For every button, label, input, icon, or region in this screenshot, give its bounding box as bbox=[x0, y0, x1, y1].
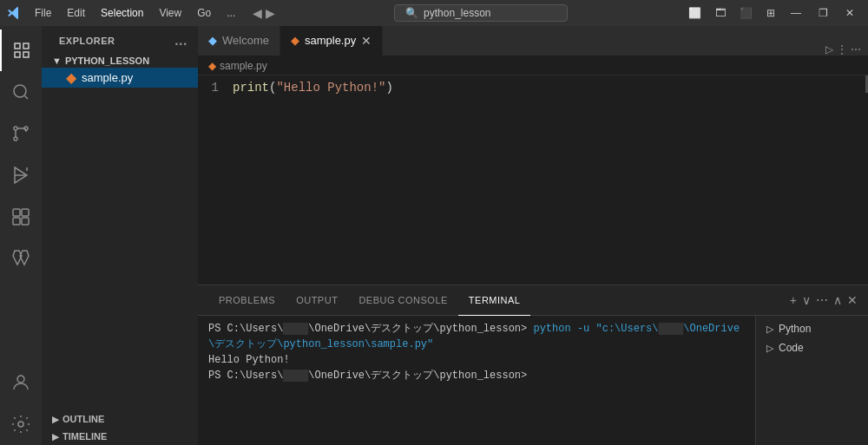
panel-dropdown-button[interactable]: ∨ bbox=[802, 293, 811, 307]
line-number-1: 1 bbox=[198, 79, 233, 96]
sidebar: Explorer ... ▼ PYTHON_LESSON ◆ sample.py… bbox=[42, 26, 198, 445]
tab-actions: ▷ ⋮ ⋯ bbox=[819, 43, 868, 56]
menu-view[interactable]: View bbox=[152, 5, 188, 21]
panel-tab-problems[interactable]: PROBLEMS bbox=[208, 285, 286, 316]
outline-label: OUTLINE bbox=[62, 414, 104, 424]
menu-edit[interactable]: Edit bbox=[60, 5, 92, 21]
svg-rect-4 bbox=[13, 209, 20, 216]
tab-bar: ◆ Welcome ◆ sample.py ✕ ▷ ⋮ ⋯ bbox=[198, 26, 868, 56]
svg-point-0 bbox=[14, 85, 26, 97]
code-print-keyword: print bbox=[233, 81, 269, 95]
activity-extensions[interactable] bbox=[0, 196, 42, 238]
svg-point-1 bbox=[14, 127, 17, 130]
panel-toggle[interactable]: 🗔 bbox=[710, 5, 731, 21]
nav-forward-button[interactable]: ▶ bbox=[266, 6, 275, 20]
svg-rect-7 bbox=[22, 218, 29, 225]
search-icon: 🔍 bbox=[405, 7, 418, 19]
menu-go[interactable]: Go bbox=[190, 5, 218, 21]
activity-run-debug[interactable] bbox=[0, 154, 42, 196]
menu-more[interactable]: ... bbox=[220, 5, 242, 21]
terminal-code-icon: ▷ bbox=[766, 343, 773, 354]
tab-close-button[interactable]: ✕ bbox=[361, 35, 372, 47]
nav-back-button[interactable]: ◀ bbox=[253, 6, 262, 20]
svg-point-9 bbox=[18, 422, 23, 427]
sample-tab-label: sample.py bbox=[305, 34, 356, 47]
activity-search[interactable] bbox=[0, 71, 42, 113]
terminal-python-icon: ▷ bbox=[766, 324, 773, 335]
file-name: sample.py bbox=[82, 71, 133, 84]
code-line-1: 1 print("Hello Python!") bbox=[198, 75, 868, 96]
code-string: "Hello Python!" bbox=[276, 81, 385, 95]
tab-welcome[interactable]: ◆ Welcome bbox=[198, 26, 280, 56]
svg-point-8 bbox=[17, 376, 24, 383]
panel-tab-debug-console[interactable]: DEBUG CONSOLE bbox=[348, 285, 457, 316]
maximize-button[interactable]: ❐ bbox=[812, 3, 835, 23]
terminal-code-label: Code bbox=[779, 342, 804, 354]
window-controls: ⬜ 🗔 ⬛ ⊞ — ❐ ✕ bbox=[683, 3, 861, 23]
breadcrumb: ◆ sample.py bbox=[198, 56, 868, 75]
panel-add-button[interactable]: + bbox=[790, 293, 797, 307]
file-icon: ◆ bbox=[66, 69, 76, 86]
code-paren-close: ) bbox=[385, 81, 392, 95]
explorer-title: Explorer bbox=[59, 36, 115, 46]
search-box[interactable]: 🔍 python_lesson bbox=[394, 4, 568, 22]
panel-up-button[interactable]: ∧ bbox=[833, 293, 842, 307]
sidebar-more-button[interactable]: ... bbox=[174, 33, 187, 49]
activity-bar bbox=[0, 26, 42, 445]
svg-rect-5 bbox=[22, 209, 29, 216]
terminal-sidebar: ▷ Python ▷ Code bbox=[755, 316, 868, 445]
panel-close-button[interactable]: ✕ bbox=[847, 293, 858, 307]
split-editor[interactable]: ⬛ bbox=[734, 5, 758, 21]
timeline-chevron-icon: ▶ bbox=[52, 432, 59, 442]
code-content-1: print("Hello Python!") bbox=[233, 79, 868, 96]
terminal-line-2: Hello Python! bbox=[208, 352, 745, 368]
breadcrumb-file-icon: ◆ bbox=[208, 60, 216, 72]
folder-chevron-icon: ▼ bbox=[52, 56, 62, 66]
panel-tab-bar: PROBLEMS OUTPUT DEBUG CONSOLE TERMINAL +… bbox=[198, 285, 868, 316]
panel-tab-output[interactable]: OUTPUT bbox=[286, 285, 348, 316]
more-button[interactable]: ⋯ bbox=[851, 43, 861, 56]
terminal-python-session[interactable]: ▷ Python bbox=[756, 319, 868, 338]
svg-rect-6 bbox=[13, 218, 20, 225]
split-button[interactable]: ⋮ bbox=[837, 43, 847, 56]
more-actions[interactable]: ⊞ bbox=[761, 5, 780, 21]
close-button[interactable]: ✕ bbox=[838, 3, 861, 23]
menu-bar: File Edit Selection View Go ... bbox=[28, 5, 242, 21]
search-text: python_lesson bbox=[424, 7, 490, 19]
panel-actions: + ∨ ⋯ ∧ ✕ bbox=[790, 293, 858, 307]
activity-testing[interactable] bbox=[0, 238, 42, 279]
run-button[interactable]: ▷ bbox=[825, 43, 833, 56]
terminal-code-session[interactable]: ▷ Code bbox=[756, 338, 868, 357]
menu-file[interactable]: File bbox=[28, 5, 58, 21]
activity-account[interactable] bbox=[0, 362, 42, 403]
layout-toggle[interactable]: ⬜ bbox=[683, 5, 707, 21]
folder-item-python-lesson[interactable]: ▼ PYTHON_LESSON bbox=[42, 54, 198, 68]
panel: PROBLEMS OUTPUT DEBUG CONSOLE TERMINAL +… bbox=[198, 285, 868, 445]
main-container: Explorer ... ▼ PYTHON_LESSON ◆ sample.py… bbox=[0, 26, 868, 445]
code-editor[interactable]: 1 print("Hello Python!") bbox=[198, 75, 868, 285]
terminal-line-1: PS C:\Users\████\OneDrive\デスクトップ\python_… bbox=[208, 321, 745, 352]
panel-content: PS C:\Users\████\OneDrive\デスクトップ\python_… bbox=[198, 316, 868, 445]
minimize-button[interactable]: — bbox=[784, 3, 808, 23]
activity-source-control[interactable] bbox=[0, 113, 42, 154]
outline-chevron-icon: ▶ bbox=[52, 415, 59, 424]
terminal-area[interactable]: PS C:\Users\████\OneDrive\デスクトップ\python_… bbox=[198, 316, 755, 445]
sidebar-bottom: ▶ OUTLINE ▶ TIMELINE bbox=[42, 410, 198, 445]
activity-settings[interactable] bbox=[0, 403, 42, 445]
titlebar: File Edit Selection View Go ... ◀ ▶ 🔍 py… bbox=[0, 0, 868, 26]
outline-section[interactable]: ▶ OUTLINE bbox=[42, 410, 198, 428]
panel-tab-terminal[interactable]: TERMINAL bbox=[458, 285, 531, 316]
tab-sample-py[interactable]: ◆ sample.py ✕ bbox=[280, 26, 383, 56]
terminal-line-3: PS C:\Users\████\OneDrive\デスクトップ\python_… bbox=[208, 368, 745, 383]
folder-name: PYTHON_LESSON bbox=[65, 56, 149, 66]
file-item-sample-py[interactable]: ◆ sample.py bbox=[42, 68, 198, 88]
svg-point-2 bbox=[14, 137, 17, 141]
menu-selection[interactable]: Selection bbox=[94, 5, 150, 21]
welcome-tab-label: Welcome bbox=[222, 34, 269, 47]
timeline-section[interactable]: ▶ TIMELINE bbox=[42, 428, 198, 445]
sidebar-header: Explorer ... bbox=[42, 26, 198, 52]
terminal-python-label: Python bbox=[779, 323, 811, 335]
panel-more-button[interactable]: ⋯ bbox=[816, 293, 828, 307]
breadcrumb-file-name: sample.py bbox=[220, 60, 267, 72]
activity-explorer[interactable] bbox=[0, 29, 42, 71]
